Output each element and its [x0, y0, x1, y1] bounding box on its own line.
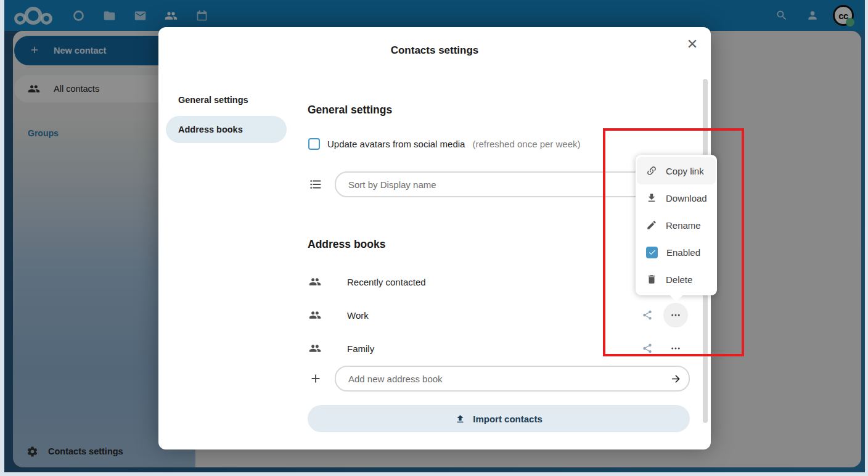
menu-item-rename[interactable]: Rename [637, 211, 716, 239]
address-book-row: Recently contacted [308, 268, 690, 295]
address-book-actions [636, 303, 688, 327]
more-actions-button[interactable] [663, 303, 688, 327]
pencil-icon [646, 220, 657, 231]
update-avatars-note: (refreshed once per week) [472, 139, 580, 149]
share-icon [642, 343, 653, 354]
menu-item-copy-link[interactable]: Copy link [637, 157, 716, 184]
import-contacts-button[interactable]: Import contacts [308, 405, 690, 432]
general-settings-heading: General settings [308, 104, 392, 117]
address-book-row: Family [308, 335, 690, 362]
add-address-book-row [309, 366, 690, 392]
share-button[interactable] [636, 337, 658, 359]
update-avatars-checkbox-row[interactable]: Update avatars from social media (refres… [308, 138, 581, 150]
link-icon [646, 165, 657, 176]
tab-address-books[interactable]: Address books [166, 116, 287, 143]
sort-contacts-row [309, 171, 690, 197]
tab-address-books-label: Address books [178, 125, 243, 134]
tab-general-settings[interactable]: General settings [166, 86, 287, 113]
dots-horizontal-icon [670, 310, 681, 321]
more-actions-button[interactable] [663, 336, 688, 361]
menu-item-delete[interactable]: Delete [637, 266, 716, 293]
address-book-name: Work [347, 310, 369, 321]
menu-item-label: Copy link [666, 166, 704, 176]
menu-item-label: Download [666, 193, 707, 203]
people-icon [309, 309, 321, 321]
dots-horizontal-icon [670, 343, 681, 354]
tab-general-settings-label: General settings [178, 95, 248, 105]
checkbox-checked-icon [646, 247, 658, 258]
address-book-row: Work [308, 302, 690, 329]
people-icon [309, 276, 321, 288]
plus-icon [309, 372, 322, 385]
address-book-name: Family [347, 343, 374, 354]
share-button[interactable] [636, 304, 658, 326]
menu-item-enabled[interactable]: Enabled [637, 239, 716, 266]
trash-icon [646, 274, 657, 285]
update-avatars-checkbox[interactable] [308, 138, 320, 150]
address-book-actions [636, 336, 688, 361]
address-book-name: Recently contacted [347, 277, 426, 287]
screen: cc New contact All contacts Groups [0, 0, 868, 476]
people-icon [309, 342, 321, 355]
menu-item-label: Rename [666, 220, 701, 231]
import-contacts-label: Import contacts [473, 414, 542, 424]
share-icon [642, 310, 653, 321]
upload-icon [455, 414, 465, 424]
menu-item-label: Enabled [666, 247, 700, 258]
address-book-context-menu: Copy link Download Rename Enabled Delete [636, 155, 717, 295]
menu-item-label: Delete [666, 274, 692, 285]
menu-item-download[interactable]: Download [637, 184, 716, 211]
submit-address-book-button[interactable] [665, 369, 686, 388]
modal-title: Contacts settings [158, 44, 711, 57]
address-books-heading: Address books [308, 238, 385, 251]
arrow-right-icon [670, 373, 682, 385]
add-address-book-input[interactable] [335, 366, 690, 392]
contacts-settings-modal: ✕ Contacts settings General settings Add… [158, 27, 711, 449]
download-icon [646, 192, 657, 203]
update-avatars-label: Update avatars from social media [327, 139, 465, 149]
list-bulleted-icon [309, 178, 322, 191]
